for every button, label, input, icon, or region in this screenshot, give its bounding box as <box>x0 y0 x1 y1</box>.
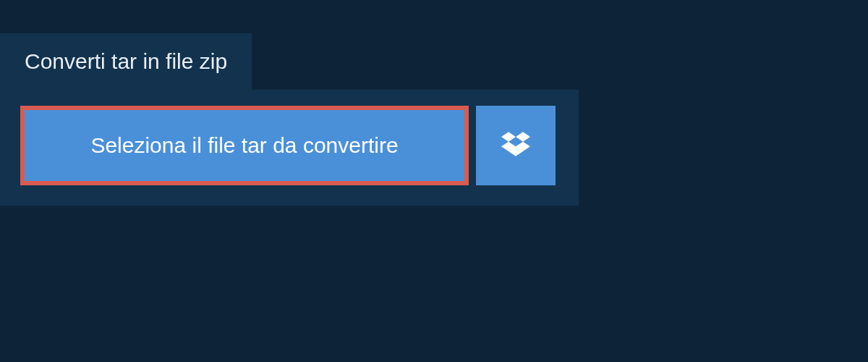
button-row: Seleziona il file tar da convertire <box>20 106 558 185</box>
select-file-label: Seleziona il file tar da convertire <box>90 133 398 158</box>
select-file-button[interactable]: Seleziona il file tar da convertire <box>20 106 469 185</box>
tab-convert-tar-zip[interactable]: Converti tar in file zip <box>0 33 252 90</box>
upload-panel: Seleziona il file tar da convertire <box>0 90 579 206</box>
tab-title: Converti tar in file zip <box>25 49 227 73</box>
dropbox-icon <box>501 130 530 161</box>
dropbox-button[interactable] <box>476 106 556 185</box>
